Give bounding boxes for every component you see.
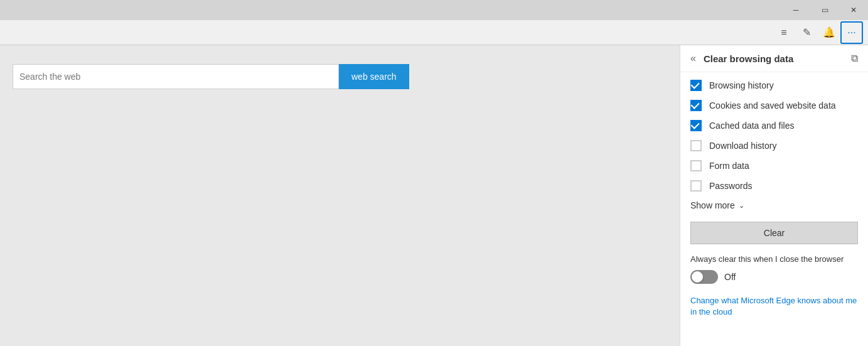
checkbox-form-data[interactable] (690, 160, 702, 171)
toggle-knob (692, 271, 703, 283)
checkbox-row-cached: Cached data and files (690, 120, 858, 131)
checkbox-row-download: Download history (690, 140, 858, 151)
search-input[interactable] (13, 64, 339, 89)
toggle-state-label: Off (724, 272, 736, 282)
browser-chrome: ≡ ✎ 🔔 ··· (0, 20, 868, 45)
always-clear-toggle[interactable] (690, 270, 718, 284)
hamburger-icon[interactable]: ≡ (773, 21, 795, 44)
checkbox-label-download-history: Download history (709, 141, 776, 151)
search-button[interactable]: web search (339, 64, 409, 89)
side-panel: « Clear browsing data ⧉ Browsing history… (680, 45, 868, 346)
checkbox-cached[interactable] (690, 120, 702, 131)
toggle-row: Off (690, 270, 858, 284)
main-area: web search « Clear browsing data ⧉ Brows… (0, 45, 868, 346)
checkbox-browsing-history[interactable] (690, 80, 702, 91)
content-area: web search (0, 45, 680, 346)
checkbox-row-browsing: Browsing history (690, 80, 858, 91)
panel-back-button[interactable]: « (690, 53, 696, 64)
checkbox-label-form-data: Form data (709, 161, 749, 171)
checkbox-row-form: Form data (690, 160, 858, 171)
checkbox-passwords[interactable] (690, 180, 702, 192)
checkbox-label-cached: Cached data and files (709, 121, 794, 131)
checkbox-label-passwords: Passwords (709, 181, 752, 191)
more-icon[interactable]: ··· (840, 21, 863, 44)
panel-title: Clear browsing data (704, 53, 851, 64)
edit-icon[interactable]: ✎ (795, 21, 818, 44)
title-bar: ─ ▭ ✕ (0, 0, 868, 20)
panel-content: Browsing history Cookies and saved websi… (680, 72, 868, 346)
checkbox-label-cookies: Cookies and saved website data (709, 100, 836, 111)
minimize-button[interactable]: ─ (781, 0, 810, 20)
panel-pin-button[interactable]: ⧉ (851, 53, 858, 64)
checkbox-row-passwords: Passwords (690, 180, 858, 192)
panel-header: « Clear browsing data ⧉ (680, 45, 868, 72)
checkbox-cookies[interactable] (690, 100, 702, 111)
show-more-row[interactable]: Show more ⌄ (690, 200, 858, 210)
clear-button[interactable]: Clear (690, 222, 858, 244)
search-bar-container: web search (13, 64, 667, 89)
close-button[interactable]: ✕ (839, 0, 868, 20)
checkbox-label-browsing-history: Browsing history (709, 80, 774, 90)
chevron-down-icon: ⌄ (739, 202, 744, 210)
checkbox-download-history[interactable] (690, 140, 702, 151)
cloud-link[interactable]: Change what Microsoft Edge knows about m… (690, 296, 857, 316)
show-more-label: Show more (690, 200, 735, 210)
checkbox-row-cookies: Cookies and saved website data (690, 100, 858, 111)
maximize-button[interactable]: ▭ (810, 0, 839, 20)
bell-icon[interactable]: 🔔 (818, 21, 840, 44)
always-clear-label: Always clear this when I close the brows… (690, 254, 858, 264)
